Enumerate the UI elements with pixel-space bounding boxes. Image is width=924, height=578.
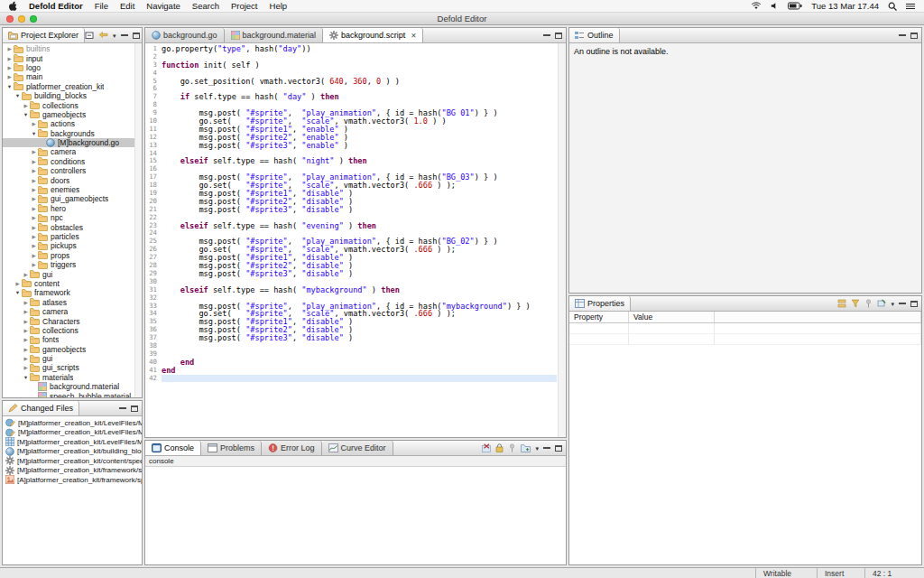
- tree-item[interactable]: ▶collections: [3, 100, 142, 109]
- code-line[interactable]: 7 if self.type == hash( "day" ) then: [148, 93, 557, 101]
- editor-tab-background.go[interactable]: background.go: [145, 28, 225, 42]
- menu-item-file[interactable]: File: [95, 1, 108, 11]
- expanded-arrow-icon[interactable]: ▼: [22, 112, 30, 117]
- tree-item[interactable]: ▶main: [3, 72, 142, 81]
- tree-item[interactable]: ▼framework: [3, 288, 142, 297]
- collapsed-arrow-icon[interactable]: ▶: [22, 309, 30, 314]
- tree-item[interactable]: [M]background.go: [3, 138, 142, 147]
- tree-item[interactable]: ▶gui: [3, 354, 142, 363]
- collapsed-arrow-icon[interactable]: ▶: [30, 168, 38, 173]
- console-tab-curve-editor[interactable]: Curve Editor: [322, 441, 393, 455]
- collapsed-arrow-icon[interactable]: ▶: [30, 149, 38, 154]
- collapsed-arrow-icon[interactable]: ▶: [30, 187, 38, 192]
- changed-file-item[interactable]: [M]platformer_creation_kit/content/speec…: [3, 456, 142, 466]
- collapsed-arrow-icon[interactable]: ▶: [30, 253, 38, 258]
- code-line[interactable]: 3function init( self ): [148, 61, 557, 70]
- expanded-arrow-icon[interactable]: ▼: [22, 375, 30, 380]
- restore-icon[interactable]: [877, 299, 886, 308]
- tree-item[interactable]: ▶builtins: [3, 44, 142, 53]
- tree-item[interactable]: ▶content: [3, 279, 142, 288]
- console-tab-error-log[interactable]: Error Log: [262, 441, 322, 455]
- expanded-arrow-icon[interactable]: ▼: [14, 290, 22, 295]
- changed-file-item[interactable]: [M]platformer_creation_kit/LevelFiles/My…: [3, 418, 142, 428]
- open-console-icon[interactable]: [521, 444, 531, 452]
- pin-icon[interactable]: [864, 299, 873, 308]
- minimize-panel-icon[interactable]: [899, 301, 906, 307]
- code-line[interactable]: 40 end: [148, 359, 557, 367]
- tab-project-explorer[interactable]: Project Explorer: [3, 28, 85, 42]
- collapsed-arrow-icon[interactable]: ▶: [30, 262, 38, 267]
- tree-item[interactable]: ▼platformer_creation_kit: [3, 82, 142, 91]
- maximize-panel-icon[interactable]: [133, 33, 140, 39]
- tab-properties[interactable]: Properties: [569, 296, 631, 311]
- console-tab-problems[interactable]: Problems: [201, 441, 262, 455]
- tree-item[interactable]: ▶doors: [3, 175, 142, 184]
- code-line[interactable]: 29 msg.post( "#sprite3", "disable" ): [148, 270, 557, 278]
- code-line[interactable]: 23 elseif self.type == hash( "evening" )…: [148, 222, 557, 230]
- changed-file-item[interactable]: [M]platformer_creation_kit/LevelFiles/My…: [3, 428, 142, 438]
- collapsed-arrow-icon[interactable]: ▶: [22, 365, 30, 370]
- tree-item[interactable]: speech_bubble.material: [3, 391, 142, 397]
- console-tab-console[interactable]: Console: [145, 441, 201, 455]
- scroll-lock-icon[interactable]: [495, 443, 504, 452]
- tree-item[interactable]: ▶npc: [3, 213, 142, 222]
- close-tab-icon[interactable]: ✕: [411, 32, 416, 40]
- tree-item[interactable]: ▶atlases: [3, 298, 142, 307]
- tree-item[interactable]: ▼building_blocks: [3, 91, 142, 100]
- view-menu-icon[interactable]: ▾: [535, 445, 539, 452]
- maximize-panel-icon[interactable]: [131, 406, 138, 412]
- tree-scrollbar[interactable]: [134, 43, 142, 397]
- collapsed-arrow-icon[interactable]: ▶: [22, 300, 30, 305]
- tree-item[interactable]: ▶particles: [3, 232, 142, 241]
- collapsed-arrow-icon[interactable]: ▶: [30, 234, 38, 239]
- code-line[interactable]: 39: [148, 350, 557, 359]
- tree-item[interactable]: ▶camera: [3, 307, 142, 316]
- clear-console-icon[interactable]: [482, 443, 491, 452]
- wifi-icon[interactable]: [751, 2, 762, 10]
- tree-item[interactable]: background.material: [3, 382, 142, 391]
- categorize-icon[interactable]: [837, 299, 846, 308]
- collapsed-arrow-icon[interactable]: ▶: [30, 196, 38, 201]
- tree-item[interactable]: ▶conditions: [3, 157, 142, 166]
- code-line[interactable]: 21 msg.post( "#sprite3", "disable" ): [148, 206, 557, 214]
- close-window-button[interactable]: [6, 15, 14, 23]
- tree-item[interactable]: ▶gameobjects: [3, 345, 142, 354]
- app-menu[interactable]: Defold Editor: [29, 1, 83, 11]
- tree-item[interactable]: ▶controllers: [3, 166, 142, 175]
- tree-item[interactable]: ▶hero: [3, 204, 142, 213]
- tree-item[interactable]: ▶obstacles: [3, 222, 142, 231]
- code-line[interactable]: 1go.property("type", hash("day")): [148, 45, 557, 53]
- collapsed-arrow-icon[interactable]: ▶: [5, 74, 14, 79]
- minimize-panel-icon[interactable]: [543, 445, 550, 452]
- changed-file-item[interactable]: [M]platformer_creation_kit/framework/scr…: [3, 466, 142, 476]
- apple-menu-icon[interactable]: [9, 1, 17, 11]
- maximize-panel-icon[interactable]: [910, 33, 918, 39]
- tree-item[interactable]: ▶Characters: [3, 316, 142, 325]
- collapsed-arrow-icon[interactable]: ▶: [30, 178, 38, 183]
- code-line[interactable]: 38: [148, 342, 557, 350]
- tree-item[interactable]: ▶input: [3, 53, 142, 62]
- tree-item[interactable]: ▶actions: [3, 119, 142, 128]
- menu-item-help[interactable]: Help: [270, 1, 288, 11]
- tree-item[interactable]: ▶triggers: [3, 260, 142, 269]
- collapsed-arrow-icon[interactable]: ▶: [5, 65, 14, 70]
- menu-item-search[interactable]: Search: [192, 1, 219, 11]
- collapsed-arrow-icon[interactable]: ▶: [30, 215, 38, 220]
- code-line[interactable]: 13 msg.post( "#sprite3", "enable" ): [148, 142, 557, 150]
- tree-item[interactable]: ▶camera: [3, 147, 142, 156]
- minimize-panel-icon[interactable]: [121, 33, 128, 39]
- collapsed-arrow-icon[interactable]: ▶: [5, 46, 14, 51]
- maximize-panel-icon[interactable]: [910, 301, 918, 307]
- minimize-window-button[interactable]: [18, 15, 25, 23]
- menubar-clock[interactable]: Tue 13 Mar 17.44: [811, 1, 879, 11]
- expanded-arrow-icon[interactable]: ▼: [14, 93, 22, 98]
- collapsed-arrow-icon[interactable]: ▶: [22, 337, 30, 342]
- tree-item[interactable]: ▶gui: [3, 269, 142, 278]
- code-line[interactable]: 37 msg.post( "#sprite3", "disable" ): [148, 334, 557, 342]
- view-menu-icon[interactable]: ▾: [113, 33, 116, 39]
- editor-scrollbar[interactable]: [558, 43, 566, 437]
- editor-tab-background.script[interactable]: background.script✕: [323, 28, 423, 42]
- tree-item[interactable]: ▶fonts: [3, 335, 142, 344]
- collapsed-arrow-icon[interactable]: ▶: [22, 356, 30, 361]
- changed-file-item[interactable]: [A]platformer_creation_kit/framework/spr…: [3, 475, 142, 485]
